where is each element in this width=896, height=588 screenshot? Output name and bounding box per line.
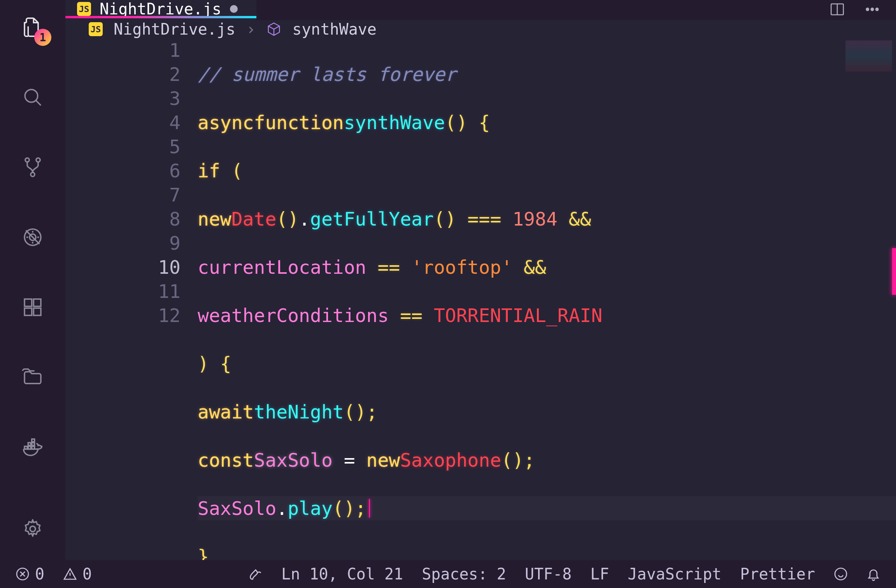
code-token: weatherConditions <box>198 303 389 327</box>
code-token: 1984 <box>512 207 558 231</box>
line-number[interactable]: 4 <box>65 110 181 135</box>
breadcrumb-symbol[interactable]: synthWave <box>292 20 377 38</box>
code-token: . <box>276 496 288 520</box>
line-number[interactable]: 5 <box>65 135 181 159</box>
status-spaces[interactable]: Spaces: 2 <box>422 565 506 583</box>
code-token: (); <box>344 400 378 424</box>
line-gutter[interactable]: 1 2 3 4 5 6 7 8 9 10 11 12 <box>65 38 198 560</box>
svg-rect-9 <box>33 308 41 315</box>
code-token: && <box>512 255 546 279</box>
code-token: Date <box>231 207 277 231</box>
status-warning-count: 0 <box>82 565 92 583</box>
code-token: = <box>333 448 366 472</box>
code-token: (); <box>501 448 535 472</box>
source-control-icon[interactable] <box>17 152 48 183</box>
svg-rect-7 <box>33 299 41 306</box>
js-file-icon: JS <box>77 2 91 16</box>
code-token: ( <box>220 159 243 183</box>
svg-point-19 <box>871 8 873 10</box>
status-paint-icon[interactable] <box>249 567 263 581</box>
line-number[interactable]: 1 <box>65 38 181 62</box>
code-token: await <box>198 400 254 424</box>
js-file-icon: JS <box>89 22 103 36</box>
tab-filename: NightDrive.js <box>100 0 221 18</box>
code-token: === <box>456 207 513 231</box>
activity-bar: 1 <box>0 0 65 560</box>
code-token: currentLocation <box>198 255 366 279</box>
folders-icon[interactable] <box>17 362 48 393</box>
line-number[interactable]: 8 <box>65 207 181 231</box>
code-token: SaxSolo <box>198 496 276 520</box>
code-token: // summer lasts forever <box>198 62 456 86</box>
code-token: == <box>389 303 434 327</box>
svg-rect-13 <box>28 443 31 445</box>
status-warnings[interactable]: 0 <box>63 565 92 583</box>
docker-icon[interactable] <box>17 432 48 463</box>
svg-point-20 <box>876 8 878 10</box>
line-number[interactable]: 2 <box>65 62 181 86</box>
svg-point-16 <box>30 526 35 532</box>
code-token: () <box>434 207 456 231</box>
dirty-indicator-icon <box>230 5 238 13</box>
status-formatter[interactable]: Prettier <box>740 565 815 583</box>
code-token: Saxophone <box>400 448 501 472</box>
code-token: play <box>288 496 333 520</box>
code-token: new <box>198 207 231 231</box>
code-token: getFullYear <box>310 207 434 231</box>
svg-rect-6 <box>25 299 32 306</box>
status-language[interactable]: JavaScript <box>628 565 722 583</box>
line-number[interactable]: 7 <box>65 183 181 207</box>
status-bar: 0 0 Ln 10, Col 21 Spaces: 2 UTF-8 LF Jav… <box>0 560 896 588</box>
code-token: () <box>445 110 468 135</box>
code-token: } <box>198 544 209 560</box>
code-token: synthWave <box>344 110 445 135</box>
line-number[interactable]: 3 <box>65 86 181 110</box>
scroll-marker <box>892 248 896 295</box>
code-token: . <box>299 207 310 231</box>
code-token: theNight <box>254 400 344 424</box>
tab-nightdrive[interactable]: JS NightDrive.js <box>65 0 256 20</box>
status-feedback-icon[interactable] <box>834 567 848 581</box>
code-token: function <box>254 110 344 135</box>
svg-point-18 <box>866 8 869 10</box>
split-editor-icon[interactable] <box>829 1 845 19</box>
svg-point-1 <box>25 158 29 162</box>
code-token: && <box>558 207 591 231</box>
svg-point-2 <box>36 158 40 162</box>
status-ln-col[interactable]: Ln 10, Col 21 <box>281 565 403 583</box>
code-token: { <box>468 110 490 135</box>
code-token: (); <box>333 496 366 520</box>
line-number[interactable]: 12 <box>65 303 181 327</box>
code-editor[interactable]: 1 2 3 4 5 6 7 8 9 10 11 12 // summer las… <box>65 38 896 560</box>
code-token: ) <box>198 352 209 376</box>
status-errors[interactable]: 0 <box>16 565 44 583</box>
minimap[interactable] <box>845 40 892 72</box>
code-content[interactable]: // summer lasts forever async function s… <box>198 38 896 560</box>
more-actions-icon[interactable] <box>864 1 880 19</box>
line-number[interactable]: 6 <box>65 159 181 183</box>
code-token: SaxSolo <box>254 448 333 472</box>
main-area: 1 JS Nigh <box>0 0 896 560</box>
code-token: == <box>366 255 411 279</box>
code-token: new <box>366 448 400 472</box>
breadcrumb[interactable]: JS NightDrive.js › synthWave <box>65 20 896 38</box>
explorer-icon[interactable]: 1 <box>17 12 48 43</box>
symbol-method-icon <box>267 22 281 37</box>
extensions-icon[interactable] <box>17 292 48 323</box>
svg-rect-14 <box>32 443 35 445</box>
debug-icon[interactable] <box>17 222 48 253</box>
status-encoding[interactable]: UTF-8 <box>525 565 572 583</box>
svg-rect-8 <box>25 308 32 315</box>
tabs-row: JS NightDrive.js <box>65 0 896 20</box>
svg-rect-15 <box>32 439 35 442</box>
editor-area: JS NightDrive.js JS NightDrive.js › <box>65 0 896 560</box>
status-bell-icon[interactable] <box>866 567 880 581</box>
svg-point-3 <box>31 173 35 177</box>
code-token: if <box>198 159 220 183</box>
settings-gear-icon[interactable] <box>17 513 48 544</box>
status-eol[interactable]: LF <box>590 565 609 583</box>
search-icon[interactable] <box>17 82 48 113</box>
code-token: () <box>276 207 299 231</box>
code-token: async <box>198 110 254 135</box>
svg-point-0 <box>25 89 38 102</box>
